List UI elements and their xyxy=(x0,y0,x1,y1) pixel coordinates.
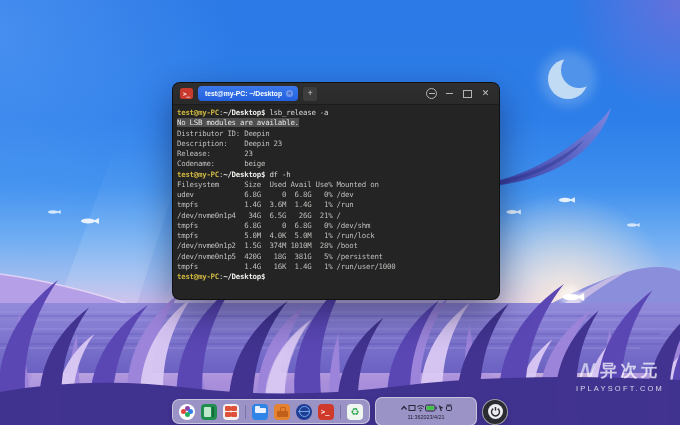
tray-time[interactable]: 11:36 xyxy=(407,414,420,420)
toolbox-icon[interactable] xyxy=(274,404,290,420)
terminal-line: /dev/nvme0n1p2 1.5G 374M 1010M 28% /boot xyxy=(177,241,495,251)
tray-date[interactable]: 2023/4/21 xyxy=(421,414,445,420)
terminal-line: tmpfs 5.0M 4.0K 5.0M 1% /run/lock xyxy=(177,231,495,241)
desktop: { "window": { "app": "deepin-terminal", … xyxy=(0,0,680,425)
manual-icon[interactable] xyxy=(201,404,217,420)
moon-icon xyxy=(540,51,596,107)
terminal-line: tmpfs 6.8G 0 6.8G 0% /dev/shm xyxy=(177,221,495,231)
launcher-icon[interactable] xyxy=(179,404,195,420)
maximize-button[interactable] xyxy=(461,87,474,100)
circle-minus-icon xyxy=(426,88,437,99)
browser-icon[interactable] xyxy=(296,404,312,420)
dock: >_ ♻ 11:36 2023/4/21 xyxy=(0,399,680,424)
dock-separator xyxy=(340,405,341,419)
terminal-line: test@my-PC:~/Desktop$ xyxy=(177,272,495,282)
maximize-icon xyxy=(463,90,472,98)
terminal-line: test@my-PC:~/Desktop$ df -h xyxy=(177,170,495,180)
terminal-line: /dev/nvme0n1p4 34G 6.5G 26G 21% / xyxy=(177,211,495,221)
watermark-brand: 异次元 xyxy=(600,359,660,382)
wifi-icon[interactable] xyxy=(416,404,425,412)
whale-tail xyxy=(492,108,611,186)
terminal-line: udev 6.8G 0 6.8G 0% /dev xyxy=(177,190,495,200)
terminal-line: /dev/nvme0n1p5 420G 18G 381G 5% /persist… xyxy=(177,252,495,262)
watermark-logo: N xyxy=(578,359,596,382)
dock-separator xyxy=(245,405,246,419)
watermark-site: IPLAYSOFT.COM xyxy=(576,384,664,393)
cursor-icon[interactable] xyxy=(437,404,445,412)
minimize-button[interactable] xyxy=(443,87,456,100)
terminal-tab[interactable]: test@my-PC: ~/Desktop ✕ xyxy=(198,86,298,101)
terminal-line: Codename: beige xyxy=(177,159,495,169)
terminal-line: tmpfs 1.4G 16K 1.4G 1% /run/user/1000 xyxy=(177,262,495,272)
window-menu-button[interactable] xyxy=(425,87,438,100)
dock-apps: >_ ♻ xyxy=(172,399,370,424)
terminal-line: tmpfs 1.4G 3.6M 1.4G 1% /run xyxy=(177,200,495,210)
close-button[interactable]: ✕ xyxy=(479,87,492,100)
power-icon xyxy=(488,404,503,419)
terminal-output[interactable]: test@my-PC:~/Desktop$ lsb_release -aNo L… xyxy=(173,105,499,285)
terminal-line: Release: 23 xyxy=(177,149,495,159)
terminal-line: Distributor ID: Deepin xyxy=(177,129,495,139)
terminal-titlebar[interactable]: >_ test@my-PC: ~/Desktop ✕ + ✕ xyxy=(173,83,499,105)
screen-capture-icon[interactable] xyxy=(408,404,416,412)
terminal-window: >_ test@my-PC: ~/Desktop ✕ + ✕ test@my-P… xyxy=(172,82,500,300)
terminal-line: test@my-PC:~/Desktop$ lsb_release -a xyxy=(177,108,495,118)
terminal-app-icon: >_ xyxy=(180,88,193,99)
tab-close-icon[interactable]: ✕ xyxy=(286,90,293,97)
battery-icon[interactable] xyxy=(425,404,437,412)
new-tab-button[interactable]: + xyxy=(303,87,317,101)
watermark: N 异次元 IPLAYSOFT.COM xyxy=(576,359,664,393)
terminal-dock-icon[interactable]: >_ xyxy=(318,404,334,420)
expand-icon[interactable] xyxy=(400,404,408,412)
power-button[interactable] xyxy=(482,399,508,425)
system-tray: 11:36 2023/4/21 xyxy=(375,397,477,425)
terminal-line: Description: Deepin 23 xyxy=(177,139,495,149)
terminal-line: No LSB modules are available. xyxy=(177,118,495,128)
terminal-line: Filesystem Size Used Avail Use% Mounted … xyxy=(177,180,495,190)
app-grid-icon[interactable] xyxy=(223,404,239,420)
close-icon: ✕ xyxy=(482,89,490,98)
tab-title: test@my-PC: ~/Desktop xyxy=(205,90,282,97)
trash-icon[interactable]: ♻ xyxy=(347,404,363,420)
disk-icon[interactable] xyxy=(445,404,453,412)
file-manager-icon[interactable] xyxy=(252,404,268,420)
minimize-icon xyxy=(446,93,453,94)
